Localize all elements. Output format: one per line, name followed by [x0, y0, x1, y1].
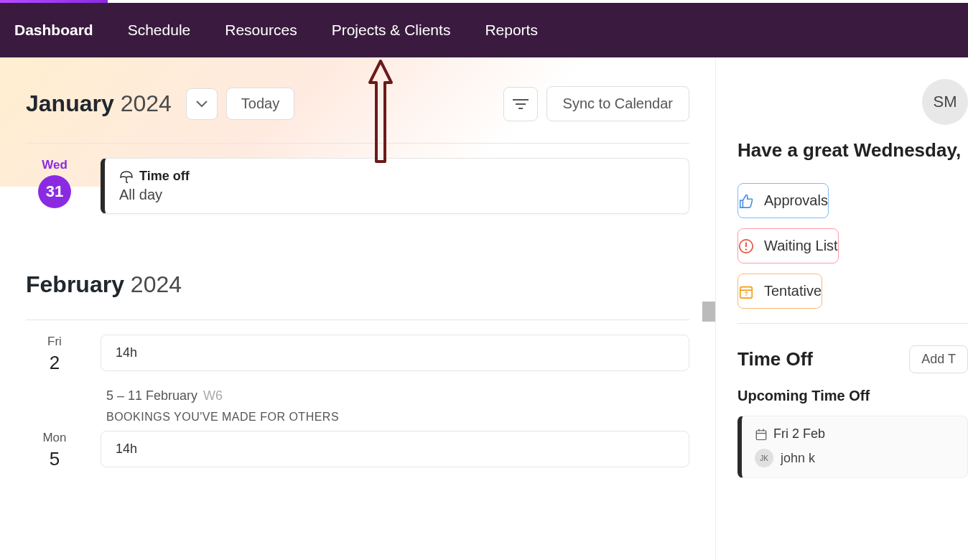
month-header-january: January 2024 Today Sync to Calendar [14, 57, 701, 143]
chevron-down-icon [196, 101, 208, 108]
event-card-14h-mon[interactable]: 14h [101, 431, 689, 467]
approvals-button[interactable]: Approvals [737, 183, 829, 218]
divider [737, 323, 968, 324]
timeoff-section-title: Time Off [737, 348, 813, 370]
nav-projects-clients[interactable]: Projects & Clients [332, 22, 451, 39]
day-label-mon-5: Mon 5 [26, 431, 83, 470]
tentative-button[interactable]: ? Tentative [737, 274, 822, 309]
event-card-timeoff[interactable]: Time off All day [101, 158, 689, 214]
nav-dashboard[interactable]: Dashboard [14, 22, 93, 39]
event-card-14h[interactable]: 14h [101, 335, 689, 371]
calendar-question-icon: ? [738, 284, 754, 299]
day-label-fri-2: Fri 2 [26, 335, 83, 374]
umbrella-icon [119, 170, 134, 183]
svg-point-5 [745, 248, 747, 250]
sync-calendar-button[interactable]: Sync to Calendar [546, 86, 689, 121]
svg-text:?: ? [744, 291, 748, 297]
upcoming-timeoff-card[interactable]: Fri 2 Feb JK john k [737, 416, 968, 478]
svg-rect-9 [756, 430, 766, 439]
event-title-text: Time off [139, 169, 190, 184]
upcoming-date-text: Fri 2 Feb [773, 426, 825, 442]
user-avatar[interactable]: SM [922, 79, 968, 125]
nav-reports[interactable]: Reports [485, 22, 538, 39]
event-subtitle: All day [119, 187, 674, 203]
day-row-jan-31: Wed 31 Time off All day [14, 144, 701, 228]
main-navbar: Dashboard Schedule Resources Projects & … [0, 3, 968, 57]
waiting-list-button[interactable]: Waiting List [737, 228, 839, 263]
add-timeoff-button[interactable]: Add T [909, 345, 968, 373]
filter-button[interactable] [503, 87, 538, 121]
month-dropdown-button[interactable] [186, 88, 218, 120]
alert-circle-icon [738, 238, 754, 254]
today-badge[interactable]: 31 [38, 175, 71, 208]
day-row-feb-5: Mon 5 14h [14, 431, 701, 485]
calendar-panel: January 2024 Today Sync to Calendar Wed … [0, 57, 715, 560]
today-button[interactable]: Today [226, 88, 294, 120]
nav-resources[interactable]: Resources [225, 22, 297, 39]
week-range-label: 5 – 11 FebruaryW6 [14, 388, 701, 411]
nav-schedule[interactable]: Schedule [128, 22, 191, 39]
upcoming-timeoff-title: Upcoming Time Off [737, 388, 968, 404]
right-sidebar: SM Have a great Wednesday, Approvals Wai… [715, 57, 968, 560]
day-row-feb-2: Fri 2 14h [14, 320, 701, 388]
upcoming-person-name: john k [781, 451, 815, 466]
month-header-february: February 2024 [14, 228, 701, 319]
filter-icon [513, 98, 529, 110]
month-title: January 2024 [26, 90, 172, 117]
bookings-section-label: BOOKINGS YOU'VE MADE FOR OTHERS [14, 411, 701, 431]
thumbs-up-icon [738, 193, 754, 209]
calendar-icon [755, 428, 768, 441]
day-label-wed-31: Wed 31 [26, 158, 83, 208]
mini-avatar-jk: JK [755, 449, 773, 467]
greeting-text: Have a great Wednesday, [737, 139, 968, 162]
